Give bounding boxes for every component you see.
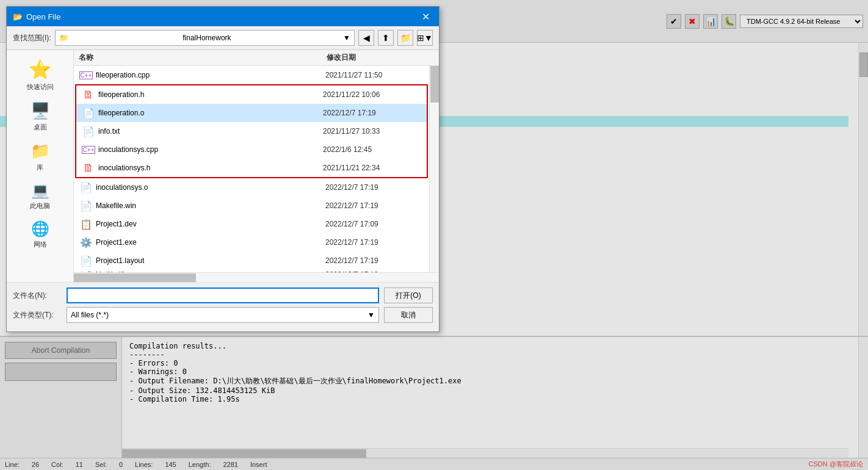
header-spacer: [424, 52, 434, 63]
filetype-select[interactable]: All files (*.*) ▼: [67, 307, 379, 323]
qa-item-quick[interactable]: ⭐ 快速访问: [9, 55, 71, 95]
dialog-close-button[interactable]: ✕: [418, 9, 433, 24]
qa-label-quick: 快速访问: [27, 82, 54, 92]
nav-up-button[interactable]: ⬆: [378, 30, 394, 46]
folder-icon-sm: 📁: [59, 34, 68, 42]
qa-item-library[interactable]: 📁 库: [9, 138, 71, 176]
location-combo[interactable]: 📁 finalHomework ▼: [55, 30, 355, 46]
dialog-titlebar: 📂 Open File ✕: [7, 7, 439, 26]
file-list[interactable]: C++ fileoperation.cpp 2021/11/27 11:50 🗎…: [74, 66, 429, 272]
file-icon-6: 📄: [80, 181, 92, 193]
file-item-8[interactable]: 📋 Project1.dev 2022/12/7 17:09: [74, 215, 429, 233]
quick-access-sidebar: ⭐ 快速访问 🖥️ 桌面 📁 库 💻 此电脑 🌐 网络: [7, 50, 74, 282]
dialog-bottom: 文件名(N): 打开(O) 文件类型(T): All files (*.*) ▼…: [7, 282, 439, 331]
file-name-8: Project1.dev: [96, 220, 325, 228]
location-label: 查找范围(I):: [13, 33, 51, 43]
qa-label-network: 网络: [34, 240, 47, 249]
col-name-header: 名称: [79, 52, 327, 63]
file-scroll-thumb[interactable]: [430, 66, 439, 103]
filename-label: 文件名(N):: [13, 291, 62, 301]
star-icon: ⭐: [29, 59, 51, 80]
file-name-6: inoculationsys.o: [96, 183, 325, 192]
library-icon: 📁: [31, 142, 50, 161]
file-icon-2: 📄: [82, 107, 95, 119]
file-date-2: 2022/12/7 17:19: [323, 109, 421, 117]
file-name-7: Makefile.win: [96, 201, 325, 210]
nav-folder-button[interactable]: 📁: [397, 30, 413, 46]
file-item-1[interactable]: 🗎 fileoperation.h 2021/11/22 10:06: [76, 85, 427, 104]
open-file-dialog: 📂 Open File ✕ 查找范围(I): 📁 finalHomework ▼…: [6, 6, 439, 332]
file-icon-5: 🗎: [82, 162, 95, 174]
red-border-group: 🗎 fileoperation.h 2021/11/22 10:06 📄 fil…: [75, 84, 428, 178]
filetype-dropdown-arrow: ▼: [367, 311, 375, 319]
file-item-10[interactable]: 📄 Project1.layout 2022/12/7 17:19: [74, 251, 429, 270]
col-date-header: 修改日期: [327, 52, 424, 63]
file-item-4[interactable]: C++ inoculationsys.cpp 2022/1/6 12:45: [76, 140, 427, 159]
filename-row: 文件名(N): 打开(O): [13, 287, 433, 303]
file-item-2[interactable]: 📄 fileoperation.o 2022/12/7 17:19: [76, 104, 427, 122]
file-date-6: 2022/12/7 17:19: [325, 183, 423, 192]
file-name-1: fileoperation.h: [98, 90, 323, 99]
nav-view-button[interactable]: ⊞▼: [417, 30, 433, 46]
dialog-toolbar: 查找范围(I): 📁 finalHomework ▼ ◀ ⬆ 📁 ⊞▼: [7, 26, 439, 50]
file-name-10: Project1.layout: [96, 256, 325, 265]
dialog-body: ⭐ 快速访问 🖥️ 桌面 📁 库 💻 此电脑 🌐 网络 名称: [7, 50, 439, 282]
file-item-7[interactable]: 📄 Makefile.win 2022/12/7 17:19: [74, 197, 429, 215]
pc-icon: 💻: [31, 182, 49, 199]
file-date-9: 2022/12/7 17:19: [325, 238, 423, 247]
file-item-6[interactable]: 📄 inoculationsys.o 2022/12/7 17:19: [74, 178, 429, 197]
file-icon-9: ⚙️: [80, 236, 92, 248]
qa-item-network[interactable]: 🌐 网络: [9, 217, 71, 253]
file-list-header: 名称 修改日期: [74, 50, 439, 66]
file-icon-0: C++: [80, 69, 92, 81]
qa-label-library: 库: [37, 163, 43, 172]
file-name-9: Project1.exe: [96, 238, 325, 247]
file-date-1: 2021/11/22 10:06: [323, 90, 421, 99]
file-list-scrollbar[interactable]: [429, 66, 439, 272]
file-name-5: inoculationsys.h: [98, 164, 323, 172]
file-h-scrollbar[interactable]: [74, 272, 439, 282]
nav-back-button[interactable]: ◀: [358, 30, 374, 46]
file-date-0: 2021/11/27 11:50: [325, 71, 423, 79]
desktop-icon: 🖥️: [31, 101, 50, 120]
qa-label-desktop: 桌面: [34, 123, 47, 132]
file-icon-7: 📄: [80, 200, 92, 212]
location-value: finalHomework: [183, 34, 231, 42]
network-icon: 🌐: [31, 220, 49, 237]
file-date-5: 2021/11/21 22:34: [323, 164, 421, 172]
file-icon-8: 📋: [80, 218, 92, 230]
file-date-10: 2022/12/7 17:19: [325, 256, 423, 265]
file-date-3: 2021/11/27 10:33: [323, 127, 421, 136]
file-icon-3: 📄: [82, 125, 95, 137]
file-item-5[interactable]: 🗎 inoculationsys.h 2021/11/21 22:34: [76, 159, 427, 177]
cancel-button[interactable]: 取消: [384, 307, 433, 323]
file-icon-10: 📄: [80, 255, 92, 267]
filetype-label: 文件类型(T):: [13, 310, 62, 320]
file-date-4: 2022/1/6 12:45: [323, 145, 421, 154]
file-date-7: 2022/12/7 17:19: [325, 201, 423, 210]
qa-item-desktop[interactable]: 🖥️ 桌面: [9, 98, 71, 136]
qa-label-pc: 此电脑: [30, 201, 50, 211]
dialog-title-text: Open File: [26, 12, 60, 21]
file-name-2: fileoperation.o: [98, 109, 323, 117]
location-dropdown-arrow: ▼: [343, 34, 350, 42]
qa-item-pc[interactable]: 💻 此电脑: [9, 178, 71, 214]
filename-input[interactable]: [67, 287, 379, 303]
dialog-title-left: 📂 Open File: [13, 12, 60, 21]
file-h-thumb[interactable]: [74, 273, 196, 282]
file-list-area: 名称 修改日期 C++ fileoperation.cpp 2021/11/27…: [74, 50, 439, 282]
file-icon-1: 🗎: [82, 89, 95, 101]
file-name-3: info.txt: [98, 127, 323, 136]
file-icon-4: C++: [82, 143, 95, 156]
filetype-row: 文件类型(T): All files (*.*) ▼ 取消: [13, 307, 433, 323]
file-item-3[interactable]: 📄 info.txt 2021/11/27 10:33: [76, 122, 427, 140]
file-name-4: inoculationsys.cpp: [98, 145, 323, 154]
file-name-0: fileoperation.cpp: [96, 71, 325, 79]
open-button[interactable]: 打开(O): [384, 287, 433, 303]
filetype-value: All files (*.*): [71, 311, 109, 319]
dialog-app-icon: 📂: [13, 12, 23, 21]
file-list-with-scroll: C++ fileoperation.cpp 2021/11/27 11:50 🗎…: [74, 66, 439, 272]
file-item-9[interactable]: ⚙️ Project1.exe 2022/12/7 17:19: [74, 233, 429, 251]
file-item-0[interactable]: C++ fileoperation.cpp 2021/11/27 11:50: [74, 66, 429, 84]
file-date-8: 2022/12/7 17:09: [325, 220, 423, 228]
